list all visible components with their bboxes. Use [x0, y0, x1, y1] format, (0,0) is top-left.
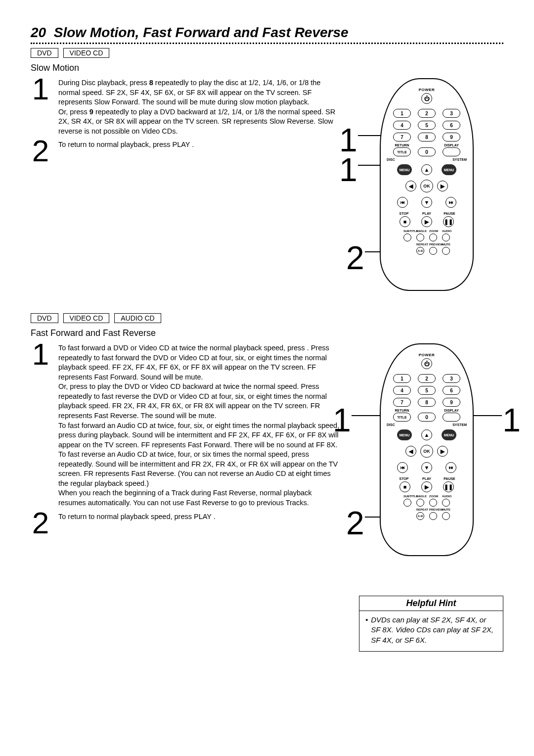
skip-fwd-button[interactable]: ⏭	[445, 197, 456, 208]
digit-4[interactable]: 4	[393, 121, 411, 130]
power-button-2[interactable]: ⏻	[421, 358, 432, 369]
digit-0[interactable]: 0	[418, 147, 436, 156]
dpad-2: MENU ▲ MENU ◀ OK ▶ ⏮ ▼ ⏭	[397, 429, 456, 474]
title-button-2[interactable]: TITLE	[393, 413, 411, 422]
title-button[interactable]: TITLE	[393, 147, 411, 156]
angle-button[interactable]	[416, 234, 424, 241]
digit-7[interactable]: 7	[393, 133, 411, 142]
bullet-icon: •	[365, 615, 368, 645]
ok-button-2[interactable]: OK	[420, 445, 433, 458]
display-button-2[interactable]	[443, 413, 460, 422]
repeat-ab-button-2[interactable]: A-B	[416, 512, 424, 520]
digit-6-2[interactable]: 6	[443, 386, 460, 395]
preview-button-2[interactable]	[429, 512, 437, 520]
pause-label-2: PAUSE	[444, 477, 455, 480]
up-button-2[interactable]: ▲	[421, 429, 432, 440]
up-button[interactable]: ▲	[421, 164, 432, 175]
power-button[interactable]: ⏻	[421, 93, 432, 104]
right-button[interactable]: ▶	[437, 181, 448, 191]
ok-button[interactable]: OK	[420, 180, 433, 192]
s1-step-1-t4: repeatedly to play a DVD backward at 1/2…	[58, 108, 335, 135]
repeat-label: REPEAT	[416, 243, 424, 246]
subheading-ff-fr: Fast Forward and Fast Reverse	[31, 328, 503, 338]
stop-button[interactable]: ■	[400, 216, 410, 227]
display-button[interactable]	[443, 147, 460, 156]
digit-0-2[interactable]: 0	[418, 413, 436, 422]
skip-fwd-button-2[interactable]: ⏭	[445, 462, 456, 473]
subtitle-label: SUBTITLE	[403, 230, 411, 233]
angle-button-2[interactable]	[416, 499, 424, 507]
skip-back-button-2[interactable]: ⏮	[397, 462, 408, 473]
system-menu-button-2[interactable]: MENU	[442, 429, 456, 440]
power-label: POWER	[381, 88, 473, 92]
digit-8-2[interactable]: 8	[418, 398, 436, 407]
s2-step-1-body: To fast forward a DVD or Video CD at twi…	[58, 343, 340, 508]
tag-dvd-2: DVD	[31, 313, 58, 323]
zoom-label-2: ZOOM	[429, 495, 437, 498]
audio-label-2: AUDIO	[442, 495, 450, 498]
s1-step-2-num: 2	[31, 137, 50, 165]
digit-3-2[interactable]: 3	[443, 374, 460, 383]
subtitle-label-2: SUBTITLE	[403, 495, 411, 498]
digit-9-2[interactable]: 9	[443, 398, 460, 407]
digit-3[interactable]: 3	[443, 109, 460, 118]
s2-step-1-num: 1	[31, 340, 50, 368]
digit-8[interactable]: 8	[418, 133, 436, 142]
remote-body-1: POWER ⏻ 1 2 3 4 5 6 7 8 9 RETURNDISPLAY	[380, 78, 474, 291]
system-menu-button[interactable]: MENU	[442, 164, 456, 175]
tag-dvd: DVD	[31, 48, 58, 58]
disc-menu-button-2[interactable]: MENU	[397, 429, 412, 440]
zoom-button-2[interactable]	[429, 499, 437, 507]
repeat-ab-button[interactable]: A-B	[416, 247, 424, 255]
audio-label: AUDIO	[442, 230, 450, 233]
disc-label: DISC	[387, 158, 395, 161]
remote-body-2: POWER ⏻ 1 2 3 4 5 6 7 8 9 RETURNDISPLAY	[380, 343, 474, 556]
play-button[interactable]: ▶	[421, 216, 432, 227]
disc-menu-button[interactable]: MENU	[397, 164, 412, 175]
preview-button[interactable]	[429, 247, 437, 255]
digit-2[interactable]: 2	[418, 109, 436, 118]
pause-button[interactable]: ❚❚	[443, 216, 454, 227]
play-label: PLAY	[421, 212, 433, 215]
audio-button-2[interactable]	[442, 499, 450, 507]
s2-p1: To fast forward a DVD or Video CD at twi…	[58, 344, 329, 381]
mute-button-2[interactable]	[442, 512, 450, 520]
digit-5[interactable]: 5	[418, 121, 436, 130]
digit-4-2[interactable]: 4	[393, 386, 411, 395]
helpful-hint-title: Helpful Hint	[359, 596, 503, 611]
skip-back-button[interactable]: ⏮	[397, 197, 408, 208]
digit-7-2[interactable]: 7	[393, 398, 411, 407]
angle-label-2: ANGLE	[416, 495, 424, 498]
system-label-2: SYSTEM	[452, 423, 467, 426]
play-label-2: PLAY	[421, 477, 433, 480]
mute-button[interactable]	[442, 247, 450, 255]
down-button[interactable]: ▼	[421, 197, 432, 208]
subtitle-button-2[interactable]	[403, 499, 411, 507]
digit-9[interactable]: 9	[443, 133, 460, 142]
s1-step-1: 1 During Disc playback, press 8 repeated…	[31, 78, 340, 136]
title-divider	[31, 43, 503, 44]
play-button-2[interactable]: ▶	[421, 481, 432, 492]
stop-button-2[interactable]: ■	[400, 481, 410, 492]
subtitle-button[interactable]	[403, 234, 411, 241]
right-button-2[interactable]: ▶	[437, 446, 448, 457]
left-button-2[interactable]: ◀	[405, 446, 416, 457]
page-title-text: Slow Motion, Fast Forward and Fast Rever…	[54, 25, 349, 40]
audio-button[interactable]	[442, 234, 450, 241]
digit-1-2[interactable]: 1	[393, 374, 411, 383]
zoom-button[interactable]	[429, 234, 437, 241]
subheading-slow-motion: Slow Motion	[31, 63, 503, 73]
stop-label: STOP	[398, 212, 410, 215]
s1-step-1-key1: 8	[149, 79, 153, 87]
digit-5-2[interactable]: 5	[418, 386, 436, 395]
digit-1[interactable]: 1	[393, 109, 411, 118]
pause-button-2[interactable]: ❚❚	[443, 481, 454, 492]
format-tags-2: DVD VIDEO CD AUDIO CD	[31, 313, 503, 323]
angle-label: ANGLE	[416, 230, 424, 233]
digit-2-2[interactable]: 2	[418, 374, 436, 383]
left-button[interactable]: ◀	[405, 181, 416, 191]
helpful-hint-body: •DVDs can play at SF 2X, SF 4X, or SF 8X…	[359, 611, 503, 651]
down-button-2[interactable]: ▼	[421, 462, 432, 473]
digit-6[interactable]: 6	[443, 121, 460, 130]
return-label: RETURN	[393, 143, 411, 147]
